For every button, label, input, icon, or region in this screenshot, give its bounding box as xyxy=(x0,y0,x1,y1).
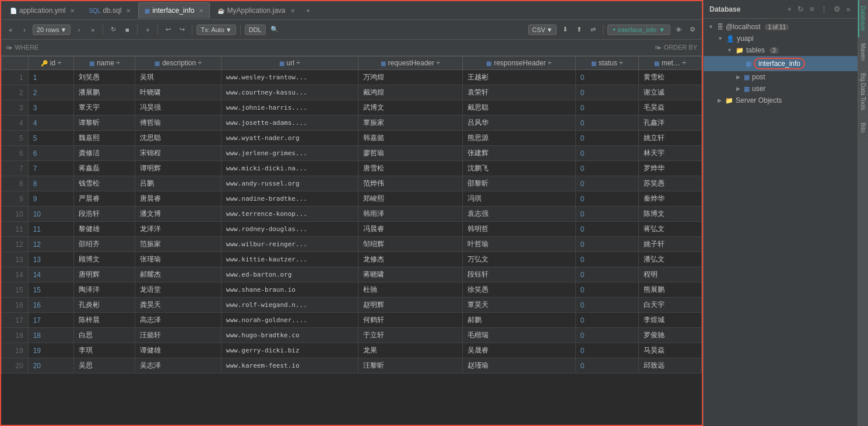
tab-myapp-java-close[interactable]: ✕ xyxy=(290,8,295,14)
cell-name[interactable]: 钱雪松 xyxy=(74,176,135,191)
cell-description[interactable]: 吴琪 xyxy=(135,70,221,85)
cell-name[interactable]: 陈梓晨 xyxy=(74,313,135,328)
cell-requestHeader[interactable]: 戴鸿煌 xyxy=(358,85,462,100)
table-row[interactable]: 16 16 孔炎彬 龚昊天 www.rolf-wiegand.n... 赵明辉 … xyxy=(2,298,702,313)
cell-method[interactable]: 罗俊驰 xyxy=(638,328,701,343)
cell-method[interactable]: 姚子轩 xyxy=(638,237,701,252)
cell-responseHeader[interactable]: 毛楷瑞 xyxy=(463,328,576,343)
tab-app-yml[interactable]: 📄 application.yml ✕ xyxy=(3,2,81,19)
cell-responseHeader[interactable]: 袁荣轩 xyxy=(463,85,576,100)
tree-item-server-objects[interactable]: ▶📁 Server Objects xyxy=(704,95,858,106)
cell-status[interactable]: 0 xyxy=(575,207,638,222)
cell-description[interactable]: 龙语堂 xyxy=(135,282,221,298)
right-tab-bigdata[interactable]: Big Data Tools xyxy=(858,67,868,117)
cell-status[interactable]: 0 xyxy=(575,131,638,146)
cell-name[interactable]: 白思 xyxy=(74,328,135,343)
cell-status[interactable]: 0 xyxy=(575,282,638,298)
col-id[interactable]: 🔑id ÷ xyxy=(28,57,74,70)
cell-requestHeader[interactable]: 邹绍辉 xyxy=(358,237,462,252)
cell-url[interactable]: www.shane-braun.io xyxy=(221,282,358,298)
table-row[interactable]: 5 5 魏嘉熙 沈思聪 www.wyatt-nader.org 韩嘉懿 熊思源 … xyxy=(2,131,702,146)
col-description[interactable]: ▦description ÷ xyxy=(135,57,221,70)
cell-requestHeader[interactable]: 杜驰 xyxy=(358,282,462,298)
cell-name[interactable]: 魏嘉熙 xyxy=(74,131,135,146)
cell-method[interactable]: 白天宇 xyxy=(638,298,701,313)
cell-status[interactable]: 0 xyxy=(575,222,638,237)
cell-status[interactable]: 0 xyxy=(575,176,638,191)
cell-name[interactable]: 段浩轩 xyxy=(74,207,135,222)
cell-method[interactable]: 蒋弘文 xyxy=(638,222,701,237)
cell-id[interactable]: 16 xyxy=(28,298,74,313)
cell-responseHeader[interactable]: 张建辉 xyxy=(463,146,576,161)
cell-url[interactable]: www.wyatt-nader.org xyxy=(221,131,358,146)
right-tab-maven[interactable]: Maven xyxy=(858,37,868,67)
table-row[interactable]: 13 13 顾博文 张瑾瑜 www.kittie-kautzer... 龙修杰 … xyxy=(2,252,702,267)
table-row[interactable]: 19 19 李琪 谭健雄 www.gerry-dicki.biz 龙果 吴晟睿 … xyxy=(2,343,702,358)
cell-responseHeader[interactable]: 叶哲瑜 xyxy=(463,237,576,252)
cell-description[interactable]: 龚昊天 xyxy=(135,298,221,313)
cell-method[interactable]: 潘弘文 xyxy=(638,252,701,267)
cell-requestHeader[interactable]: 冯晨睿 xyxy=(358,222,462,237)
cell-requestHeader[interactable]: 韩嘉懿 xyxy=(358,131,462,146)
rows-selector[interactable]: 20 rows ▼ xyxy=(33,25,71,35)
cell-name[interactable]: 潘展鹏 xyxy=(74,85,135,100)
settings-button[interactable]: ⚙ xyxy=(687,23,698,36)
stop-button[interactable]: ■ xyxy=(121,23,133,36)
cell-description[interactable]: 傅哲瑜 xyxy=(135,116,221,131)
cell-requestHeader[interactable]: 唐雪松 xyxy=(358,161,462,176)
cell-method[interactable]: 陈博文 xyxy=(638,207,701,222)
table-row[interactable]: 10 10 段浩轩 潘文博 www.terrence-konop... 韩雨泽 … xyxy=(2,207,702,222)
cell-name[interactable]: 严晨睿 xyxy=(74,191,135,207)
nav-last-button[interactable]: » xyxy=(87,23,99,36)
cell-id[interactable]: 15 xyxy=(28,282,74,298)
cell-id[interactable]: 10 xyxy=(28,207,74,222)
cell-id[interactable]: 3 xyxy=(28,100,74,116)
cell-status[interactable]: 0 xyxy=(575,267,638,282)
cell-name[interactable]: 谭黎昕 xyxy=(74,116,135,131)
cell-name[interactable]: 覃天宇 xyxy=(74,100,135,116)
cell-url[interactable]: www.wilbur-reinger... xyxy=(221,237,358,252)
tree-item-interface_info[interactable]: ▦ interface_info xyxy=(704,56,858,71)
cell-method[interactable]: 黄雪松 xyxy=(638,70,701,85)
cell-url[interactable]: www.rolf-wiegand.n... xyxy=(221,298,358,313)
cell-responseHeader[interactable]: 沈鹏飞 xyxy=(463,161,576,176)
cell-description[interactable]: 张瑾瑜 xyxy=(135,252,221,267)
cell-status[interactable]: 0 xyxy=(575,358,638,373)
cell-name[interactable]: 吴思 xyxy=(74,358,135,373)
tree-item-user[interactable]: ▶▦ user xyxy=(704,83,858,95)
cell-url[interactable]: www.andy-russel.org xyxy=(221,176,358,191)
cell-url[interactable]: www.johnie-harris.... xyxy=(221,100,358,116)
cell-status[interactable]: 0 xyxy=(575,237,638,252)
table-row[interactable]: 18 18 白思 汪懿轩 www.hugo-bradtke.co 于立轩 毛楷瑞… xyxy=(2,328,702,343)
cell-responseHeader[interactable]: 段钰轩 xyxy=(463,267,576,282)
ddl-button[interactable]: DDL xyxy=(245,25,266,35)
cell-responseHeader[interactable]: 冯琪 xyxy=(463,191,576,207)
cell-description[interactable]: 吕鹏 xyxy=(135,176,221,191)
cell-url[interactable]: www.kittie-kautzer... xyxy=(221,252,358,267)
cell-status[interactable]: 0 xyxy=(575,146,638,161)
cell-method[interactable]: 熊展鹏 xyxy=(638,282,701,298)
cell-requestHeader[interactable]: 廖哲瑜 xyxy=(358,146,462,161)
cell-status[interactable]: 0 xyxy=(575,343,638,358)
cell-url[interactable]: www.courtney-kassu... xyxy=(221,85,358,100)
right-tab-database[interactable]: Database xyxy=(858,0,868,37)
table-row[interactable]: 9 9 严晨睿 唐晨睿 www.nadine-bradtke... 郑峻熙 冯琪… xyxy=(2,191,702,207)
table-row[interactable]: 12 12 邵绍齐 范振家 www.wilbur-reinger... 邹绍辉 … xyxy=(2,237,702,252)
tree-item-yuapi[interactable]: ▼👤 yuapi xyxy=(704,33,858,44)
cell-url[interactable]: www.josette-adams.... xyxy=(221,116,358,131)
cell-description[interactable]: 宋锦程 xyxy=(135,146,221,161)
cell-description[interactable]: 郝耀杰 xyxy=(135,267,221,282)
sidebar-refresh-icon[interactable]: ↻ xyxy=(796,4,805,15)
nav-prev-button[interactable]: ‹ xyxy=(19,23,30,36)
table-row[interactable]: 17 17 陈梓晨 高志泽 www.norah-goldner.... 何鹤轩 … xyxy=(2,313,702,328)
cell-url[interactable]: www.rodney-douglas... xyxy=(221,222,358,237)
nav-next-button[interactable]: › xyxy=(73,23,85,36)
cell-name[interactable]: 刘笑愚 xyxy=(74,70,135,85)
col-url[interactable]: ▦url ÷ xyxy=(221,57,358,70)
right-tab-bito[interactable]: Bito xyxy=(858,117,868,139)
cell-id[interactable]: 6 xyxy=(28,146,74,161)
tab-db-sql-close[interactable]: ✕ xyxy=(126,8,131,14)
cell-requestHeader[interactable]: 范烨伟 xyxy=(358,176,462,191)
cell-name[interactable]: 唐明辉 xyxy=(74,267,135,282)
cell-name[interactable]: 黎健雄 xyxy=(74,222,135,237)
